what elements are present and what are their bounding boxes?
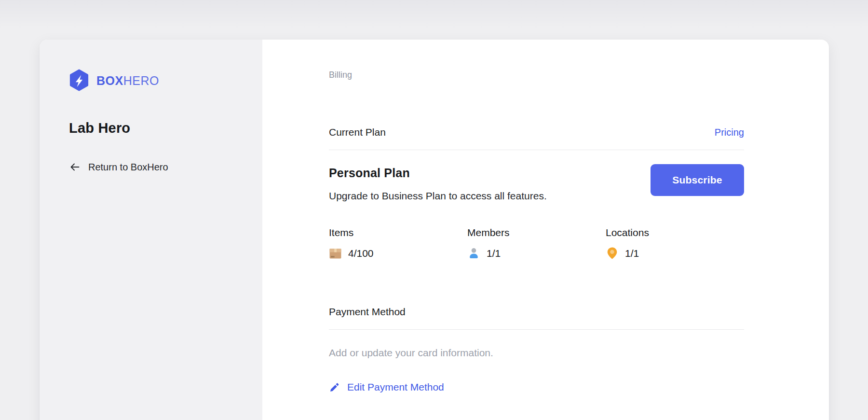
edit-payment-method-label: Edit Payment Method: [347, 381, 444, 393]
payment-method-description: Add or update your card information.: [329, 347, 744, 359]
stat-items: Items 4/100: [329, 227, 467, 260]
box-icon: [329, 247, 342, 260]
plan-name: Personal Plan: [329, 166, 547, 180]
plan-description: Upgrade to Business Plan to access all f…: [329, 190, 547, 202]
pencil-icon: [329, 382, 340, 393]
return-link-label: Return to BoxHero: [88, 162, 168, 173]
current-plan-section: Current Plan Pricing Personal Plan Upgra…: [329, 126, 744, 260]
edit-payment-method-link[interactable]: Edit Payment Method: [329, 381, 444, 393]
stat-items-label: Items: [329, 227, 467, 238]
back-arrow-icon: [69, 161, 81, 173]
stat-members-value-row: 1/1: [467, 247, 606, 260]
payment-method-title: Payment Method: [329, 306, 406, 318]
stat-items-value: 4/100: [348, 248, 374, 259]
boxhero-logo-icon: [69, 69, 89, 91]
plan-info: Personal Plan Upgrade to Business Plan t…: [329, 166, 547, 202]
stat-locations-label: Locations: [606, 227, 744, 238]
sidebar: BOXHERO Lab Hero Return to BoxHero: [40, 40, 262, 420]
plan-row: Personal Plan Upgrade to Business Plan t…: [329, 166, 744, 202]
wordmark-hero: HERO: [123, 74, 159, 87]
current-plan-header: Current Plan Pricing: [329, 126, 744, 150]
boxhero-wordmark: BOXHERO: [96, 74, 159, 87]
payment-method-header: Payment Method: [329, 306, 744, 330]
stat-locations: Locations 1/1: [606, 227, 744, 260]
stat-members-label: Members: [467, 227, 606, 238]
return-to-boxhero-link[interactable]: Return to BoxHero: [69, 161, 168, 173]
location-pin-icon: [606, 247, 619, 260]
payment-method-section: Payment Method Add or update your card i…: [329, 306, 744, 393]
stat-locations-value-row: 1/1: [606, 247, 744, 260]
page-title: Billing: [329, 70, 744, 80]
pricing-link[interactable]: Pricing: [715, 127, 744, 138]
stat-members-value: 1/1: [487, 248, 501, 259]
subscribe-button[interactable]: Subscribe: [651, 164, 744, 196]
stat-locations-value: 1/1: [625, 248, 639, 259]
member-icon: [467, 247, 480, 260]
stat-members: Members 1/1: [467, 227, 606, 260]
main-content: Billing Current Plan Pricing Personal Pl…: [262, 40, 829, 420]
wordmark-box: BOX: [96, 74, 123, 87]
stat-items-value-row: 4/100: [329, 247, 467, 260]
plan-usage-stats: Items 4/100 Members: [329, 227, 744, 260]
billing-card: BOXHERO Lab Hero Return to BoxHero Billi…: [40, 40, 829, 420]
current-plan-title: Current Plan: [329, 126, 386, 138]
boxhero-logo: BOXHERO: [69, 69, 248, 91]
workspace-name: Lab Hero: [69, 120, 248, 136]
